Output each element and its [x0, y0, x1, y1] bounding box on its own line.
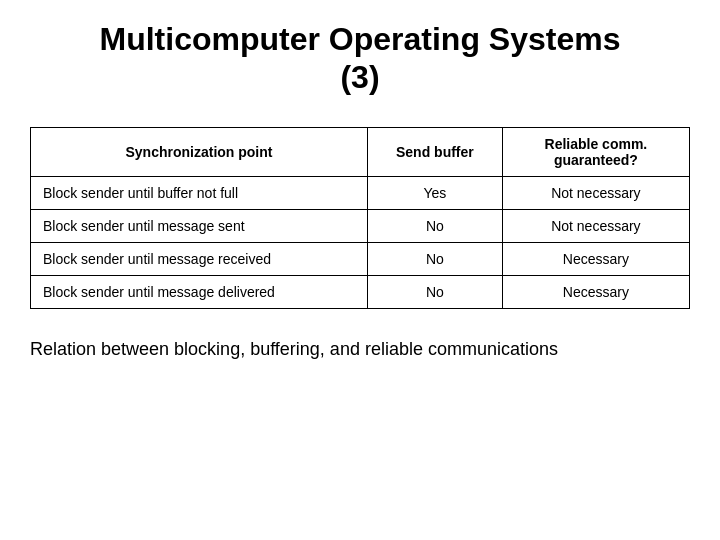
main-table-container: Synchronization point Send buffer Reliab… — [30, 127, 690, 309]
cell-reliable-1: Not necessary — [502, 209, 689, 242]
header-sync: Synchronization point — [31, 127, 368, 176]
cell-reliable-0: Not necessary — [502, 176, 689, 209]
header-reliable: Reliable comm. guaranteed? — [502, 127, 689, 176]
cell-reliable-3: Necessary — [502, 275, 689, 308]
cell-sync-0: Block sender until buffer not full — [31, 176, 368, 209]
sync-table: Synchronization point Send buffer Reliab… — [30, 127, 690, 309]
cell-sync-1: Block sender until message sent — [31, 209, 368, 242]
cell-buffer-1: No — [367, 209, 502, 242]
footer-text: Relation between blocking, buffering, an… — [30, 339, 690, 360]
table-row: Block sender until message receivedNoNec… — [31, 242, 690, 275]
cell-buffer-2: No — [367, 242, 502, 275]
page-title: Multicomputer Operating Systems (3) — [30, 20, 690, 97]
cell-buffer-0: Yes — [367, 176, 502, 209]
table-row: Block sender until message sentNoNot nec… — [31, 209, 690, 242]
header-buffer: Send buffer — [367, 127, 502, 176]
cell-sync-3: Block sender until message delivered — [31, 275, 368, 308]
table-header-row: Synchronization point Send buffer Reliab… — [31, 127, 690, 176]
cell-buffer-3: No — [367, 275, 502, 308]
cell-reliable-2: Necessary — [502, 242, 689, 275]
table-row: Block sender until message deliveredNoNe… — [31, 275, 690, 308]
table-row: Block sender until buffer not fullYesNot… — [31, 176, 690, 209]
cell-sync-2: Block sender until message received — [31, 242, 368, 275]
